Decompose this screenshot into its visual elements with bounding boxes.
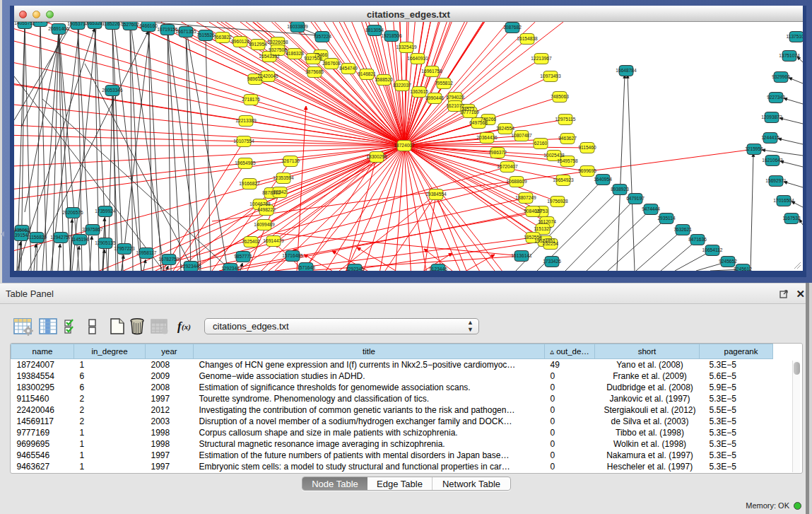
svg-text:19218506: 19218506 (381, 33, 402, 38)
svg-text:10958117: 10958117 (136, 250, 157, 255)
svg-text:6479197: 6479197 (626, 196, 645, 201)
svg-text:8454749: 8454749 (339, 66, 358, 71)
svg-text:10973493: 10973493 (540, 74, 561, 78)
svg-text:8938923: 8938923 (611, 187, 629, 192)
svg-text:12975115: 12975115 (555, 117, 576, 122)
svg-text:39154: 39154 (15, 233, 28, 238)
svg-text:7357224: 7357224 (313, 34, 331, 39)
svg-text:6497568: 6497568 (469, 120, 488, 125)
svg-text:7663822: 7663822 (213, 35, 232, 40)
svg-text:13751074: 13751074 (779, 53, 800, 58)
svg-text:2718176: 2718176 (242, 97, 260, 102)
svg-text:18724007: 18724007 (394, 143, 415, 148)
svg-text:12213389: 12213389 (235, 118, 257, 123)
svg-text:1852554: 1852554 (524, 235, 542, 240)
svg-text:11375107: 11375107 (787, 34, 803, 39)
svg-text:19654923: 19654923 (553, 177, 574, 182)
svg-text:11156829: 11156829 (27, 235, 47, 240)
svg-text:8960124: 8960124 (231, 39, 249, 44)
svg-text:16210643: 16210643 (762, 158, 783, 163)
svg-text:16033809: 16033809 (287, 24, 308, 29)
svg-text:88342: 88342 (273, 189, 287, 194)
svg-text:9245612: 9245612 (734, 267, 752, 271)
svg-text:62160: 62160 (534, 141, 548, 146)
svg-text:1145194: 1145194 (71, 237, 89, 242)
svg-text:8990448: 8990448 (425, 95, 444, 100)
svg-text:33975867: 33975867 (82, 227, 103, 232)
svg-text:15716485: 15716485 (282, 253, 303, 258)
svg-text:10107554: 10107554 (233, 139, 254, 144)
svg-text:9463627: 9463627 (558, 136, 577, 141)
svg-text:9857771: 9857771 (234, 254, 252, 259)
svg-text:6466160: 6466160 (139, 23, 158, 28)
svg-text:19384554: 19384554 (425, 192, 447, 197)
svg-text:11852267: 11852267 (102, 22, 123, 26)
svg-text:1244415: 1244415 (761, 135, 779, 140)
svg-text:8322037: 8322037 (393, 83, 411, 88)
svg-text:1362615: 1362615 (410, 89, 428, 94)
svg-text:7485063: 7485063 (551, 94, 569, 99)
svg-text:9227343: 9227343 (767, 95, 785, 100)
svg-text:2087682: 2087682 (503, 25, 522, 30)
svg-text:7632621: 7632621 (673, 227, 692, 232)
svg-text:2935114: 2935114 (657, 216, 676, 221)
svg-text:12923446: 12923446 (180, 264, 201, 269)
svg-text:20053346: 20053346 (102, 88, 123, 93)
svg-text:15495758: 15495758 (557, 158, 578, 163)
svg-text:20691406: 20691406 (48, 26, 69, 31)
svg-text:16648784: 16648784 (616, 68, 637, 73)
svg-text:9329966: 9329966 (772, 74, 790, 79)
svg-text:15720407: 15720407 (497, 164, 518, 169)
svg-text:1167533: 1167533 (782, 216, 801, 221)
svg-text:10807487: 10807487 (511, 133, 532, 138)
svg-text:19756928: 19756928 (547, 199, 568, 204)
svg-text:16154838: 16154838 (517, 36, 538, 41)
svg-text:8186328: 8186328 (286, 51, 304, 56)
svg-text:16782759: 16782759 (158, 257, 180, 262)
svg-text:20206576: 20206576 (62, 210, 83, 215)
svg-text:1292345: 1292345 (346, 267, 364, 271)
svg-text:3215956: 3215956 (745, 146, 763, 151)
svg-text:12093872: 12093872 (761, 115, 782, 119)
svg-text:12213967: 12213967 (531, 56, 552, 61)
svg-text:10025438: 10025438 (543, 153, 565, 158)
svg-text:9327508: 9327508 (304, 56, 322, 61)
svg-text:16914479: 16914479 (263, 238, 284, 243)
svg-text:9699695: 9699695 (578, 168, 596, 173)
svg-text:8912954: 8912954 (249, 42, 267, 47)
svg-text:19166827: 19166827 (239, 181, 260, 186)
svg-text:12905135: 12905135 (95, 240, 116, 245)
svg-text:8813054: 8813054 (365, 28, 384, 33)
svg-text:10688609: 10688609 (506, 179, 527, 184)
svg-text:16543392: 16543392 (259, 54, 280, 59)
svg-text:19654985: 19654985 (235, 160, 256, 165)
svg-text:16671355: 16671355 (175, 29, 196, 34)
svg-text:8471636: 8471636 (688, 237, 707, 242)
svg-text:15136141: 15136141 (511, 253, 532, 258)
svg-text:2867608: 2867608 (322, 61, 341, 66)
svg-text:9245652: 9245652 (719, 259, 737, 264)
svg-text:18300295: 18300295 (366, 154, 387, 159)
svg-text:7515526: 7515526 (196, 33, 215, 37)
svg-text:252254: 252254 (543, 241, 558, 246)
svg-text:7625402: 7625402 (242, 239, 260, 244)
svg-text:16640910: 16640910 (407, 56, 428, 61)
svg-text:1527602: 1527602 (121, 22, 139, 27)
svg-text:20593712: 20593712 (30, 22, 51, 23)
svg-text:22420046: 22420046 (257, 74, 278, 78)
svg-text:9327508: 9327508 (269, 47, 287, 52)
svg-text:12353594: 12353594 (273, 175, 294, 180)
svg-text:10046768: 10046768 (249, 201, 271, 206)
svg-text:1571648: 1571648 (297, 265, 315, 270)
svg-text:16961758: 16961758 (421, 69, 442, 74)
svg-text:3824554: 3824554 (496, 126, 514, 131)
svg-text:3267130: 3267130 (281, 158, 300, 163)
svg-text:10654112: 10654112 (702, 247, 723, 252)
svg-text:17359924: 17359924 (95, 209, 116, 214)
svg-text:9777169: 9777169 (461, 110, 479, 115)
svg-text:7986372: 7986372 (488, 150, 507, 155)
svg-text:9123446: 9123446 (429, 267, 447, 271)
svg-text:15692971: 15692971 (765, 178, 787, 183)
svg-text:12942757: 12942757 (50, 235, 71, 240)
svg-text:14099489: 14099489 (254, 222, 275, 227)
